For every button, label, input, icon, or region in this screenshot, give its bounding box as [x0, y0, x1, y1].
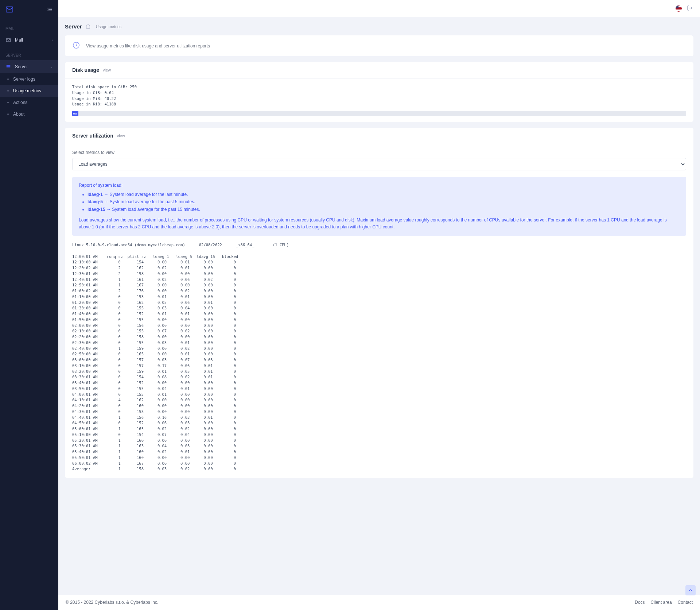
breadcrumb-page: Usage metrics — [96, 24, 121, 29]
menu-toggle-icon[interactable] — [46, 6, 53, 14]
footer-link-contact[interactable]: Contact — [678, 600, 693, 605]
scroll-top-button[interactable] — [685, 585, 696, 595]
intro-card: View usage metrics like disk usage and s… — [65, 35, 693, 56]
svg-rect-7 — [7, 67, 11, 68]
footer-copyright: © 2015 - 2022 Cyberlabs s.r.o. & Cyberla… — [66, 600, 158, 605]
metrics-icon — [72, 41, 80, 50]
nav-item-server[interactable]: Server ⌄ — [0, 60, 58, 73]
footer-link-docs[interactable]: Docs — [635, 600, 645, 605]
logo-icon[interactable] — [5, 5, 13, 15]
load-info-panel: Report of system load: ldavg-1 → System … — [72, 177, 686, 236]
footer-link-client-area[interactable]: Client area — [651, 600, 672, 605]
info-list-item: ldavg-1 → System load average for the la… — [88, 191, 680, 198]
svg-rect-5 — [7, 65, 11, 66]
logout-icon[interactable] — [687, 5, 693, 12]
svg-rect-6 — [7, 66, 11, 67]
footer: © 2015 - 2022 Cyberlabs s.r.o. & Cyberla… — [58, 595, 700, 610]
mail-icon — [5, 37, 11, 43]
chevron-down-icon: ⌄ — [50, 65, 53, 69]
bullet-icon — [7, 113, 9, 115]
nav-sub-label: About — [13, 112, 24, 117]
disk-usage-view-link[interactable]: view — [103, 68, 111, 72]
server-icon — [5, 64, 11, 70]
disk-usage-title: Disk usage — [72, 67, 99, 73]
server-utilization-view-link[interactable]: view — [117, 134, 125, 138]
nav-sub-about[interactable]: About — [0, 108, 58, 120]
nav-item-label: Server — [15, 64, 28, 69]
nav-section-server: SERVER — [0, 47, 58, 60]
bullet-icon — [7, 102, 9, 103]
metrics-select-label: Select metrics to view — [72, 150, 686, 155]
info-heading: Report of system load: — [79, 182, 680, 189]
nav-sub-actions[interactable]: Actions — [0, 97, 58, 108]
bullet-icon — [7, 90, 9, 92]
server-utilization-title: Server utilization — [72, 133, 113, 139]
nav-item-label: Mail — [15, 38, 23, 43]
nav-sub-server-logs[interactable]: Server logs — [0, 73, 58, 85]
nav-sub-usage-metrics[interactable]: Usage metrics — [0, 85, 58, 97]
bullet-icon — [7, 78, 9, 80]
chevron-right-icon: › — [52, 38, 53, 42]
info-text: Load averages show the current system lo… — [79, 217, 680, 231]
info-list-item: ldavg-5 → System load average for the pa… — [88, 198, 680, 205]
disk-progress: 0% — [72, 111, 686, 116]
info-list-item: ldavg-15 → System load average for the p… — [88, 206, 680, 213]
page-title: Server — [65, 23, 82, 30]
utilization-report: Linux 5.10.0-9-cloud-amd64 (demo.mymailc… — [72, 242, 686, 472]
server-utilization-card: Server utilization view Select metrics t… — [65, 128, 693, 478]
nav-section-mail: MAIL — [0, 20, 58, 34]
nav-sub-label: Usage metrics — [13, 88, 41, 93]
breadcrumb: Server · Usage metrics — [65, 23, 693, 30]
language-flag-icon[interactable] — [676, 5, 682, 12]
disk-progress-fill: 0% — [72, 111, 78, 116]
disk-usage-text: Total disk space in GiB: 250 Usage in Gi… — [72, 84, 686, 107]
nav-sub-label: Actions — [13, 100, 27, 105]
home-icon[interactable] — [86, 24, 90, 29]
topbar — [58, 0, 700, 17]
nav-item-mail[interactable]: Mail › — [0, 34, 58, 47]
nav-sub-label: Server logs — [13, 77, 35, 82]
disk-usage-card: Disk usage view Total disk space in GiB:… — [65, 62, 693, 122]
metrics-select[interactable]: Load averages — [72, 158, 686, 170]
intro-text: View usage metrics like disk usage and s… — [86, 43, 210, 49]
sidebar: MAIL Mail › SERVER Server ⌄ Server logs … — [0, 0, 58, 610]
